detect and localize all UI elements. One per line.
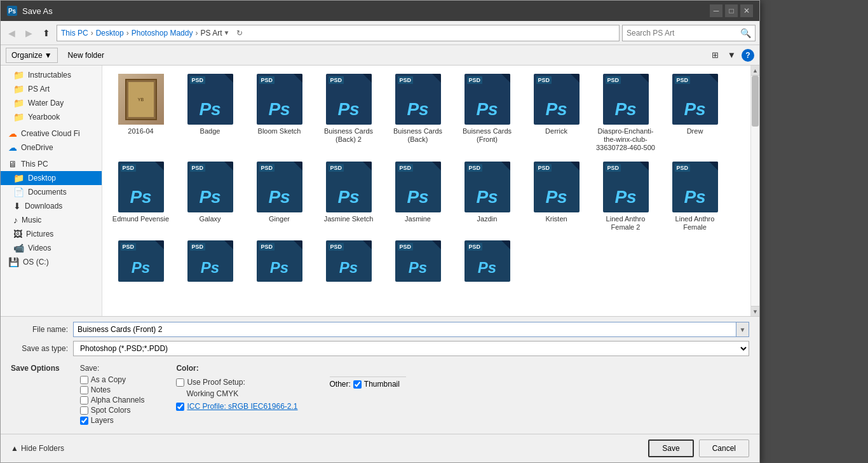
file-item-ginger[interactable]: PSD Ps Ginger — [246, 158, 313, 235]
minimize-button[interactable]: ─ — [710, 4, 722, 17]
spot-colors-label[interactable]: Spot Colors — [91, 406, 131, 415]
dialog-window-controls: ─ □ ✕ — [710, 4, 753, 17]
sidebar-item-desktop[interactable]: 📁 Desktop — [1, 171, 102, 185]
file-item-lined-anthro-female2[interactable]: PSD Ps Lined Anthro Female 2 — [592, 158, 659, 235]
file-item-bloom-sketch[interactable]: PSD Ps Bloom Sketch — [246, 71, 313, 156]
file-item-galaxy[interactable]: PSD Ps Galaxy — [177, 158, 243, 235]
file-item-drew[interactable]: PSD Ps Drew — [661, 71, 728, 156]
file-item-row3-3[interactable]: PSD Ps — [246, 237, 313, 285]
sidebar-item-downloads[interactable]: ⬇ Downloads — [1, 199, 102, 213]
view-dropdown-button[interactable]: ▼ — [724, 48, 739, 62]
file-item-badge[interactable]: PSD Ps Badge — [177, 71, 243, 156]
file-item-buisness-cards-back[interactable]: PSD Ps Buisness Cards (Back) — [384, 71, 451, 156]
savetype-select[interactable]: Photoshop (*.PSD;*.PDD) — [73, 341, 749, 356]
file-item-jasmine-sketch[interactable]: PSD Ps Jasmine Sketch — [315, 158, 382, 235]
sidebar-item-onedrive[interactable]: ☁ OneDrive — [1, 141, 102, 155]
cancel-button[interactable]: Cancel — [699, 439, 749, 457]
breadcrumb-dropdown-button[interactable]: ▼ — [223, 29, 229, 36]
as-a-copy-label[interactable]: As a Copy — [91, 375, 126, 384]
save-button[interactable]: Save — [648, 439, 693, 457]
up-button[interactable]: ⬆ — [39, 25, 54, 41]
sidebar-item-creative-cloud[interactable]: ☁ Creative Cloud Fi — [1, 127, 102, 141]
thumbnail-checkbox[interactable] — [353, 380, 362, 389]
alpha-channels-label[interactable]: Alpha Channels — [91, 396, 145, 404]
file-item-label: Galaxy — [199, 215, 220, 223]
close-button[interactable]: ✕ — [740, 4, 753, 17]
maximize-button[interactable]: □ — [725, 4, 738, 17]
file-item-jasmine[interactable]: PSD Ps Jasmine — [384, 158, 451, 235]
layers-checkbox[interactable] — [80, 417, 88, 425]
use-proof-setup-row: Use Proof Setup: — [176, 378, 297, 387]
sidebar-item-label: Downloads — [25, 202, 62, 211]
file-item-2016-04[interactable]: YB 2016-04 — [107, 71, 174, 156]
sidebar-item-this-pc[interactable]: 🖥 This PC — [1, 157, 102, 171]
working-cmyk-text: Working CMYK — [186, 389, 297, 398]
file-item-kristen[interactable]: PSD Ps Kristen — [523, 158, 590, 235]
help-button[interactable]: ? — [742, 49, 754, 62]
creative-cloud-icon: ☁ — [8, 128, 17, 139]
thumbnail-label[interactable]: Thumbnail — [364, 380, 400, 389]
file-item-buisness-cards-back2[interactable]: PSD Ps Buisness Cards (Back) 2 — [315, 71, 382, 156]
file-item-diaspro[interactable]: PSD Ps Diaspro-Enchanti-the-winx-club-33… — [592, 71, 659, 156]
spot-colors-checkbox[interactable] — [80, 406, 88, 415]
layers-label[interactable]: Layers — [91, 416, 114, 425]
sidebar-item-videos[interactable]: 📹 Videos — [1, 241, 102, 255]
breadcrumb-photoshop-maddy[interactable]: Photoshop Maddy — [132, 29, 193, 38]
hide-folders-label[interactable]: Hide Folders — [21, 444, 64, 453]
alpha-channels-checkbox[interactable] — [80, 396, 88, 404]
psd-file-icon: PSD Ps — [187, 162, 233, 212]
scroll-down-button[interactable]: ▼ — [751, 306, 759, 316]
sidebar-item-ps-art[interactable]: 📁 PS Art — [1, 82, 102, 96]
sidebar-item-label: Pictures — [26, 230, 53, 238]
psd-file-icon: PSD Ps — [465, 162, 510, 212]
breadcrumb-desktop[interactable]: Desktop — [96, 29, 124, 38]
breadcrumb-this-pc[interactable]: This PC — [61, 29, 88, 38]
psd-file-icon: PSD Ps — [326, 74, 372, 125]
file-item-row3-1[interactable]: PSD Ps — [107, 237, 174, 285]
back-button[interactable]: ◀ — [4, 25, 19, 41]
use-proof-setup-checkbox[interactable] — [176, 378, 184, 387]
notes-label[interactable]: Notes — [91, 385, 111, 394]
sidebar-item-os-c[interactable]: 💾 OS (C:) — [1, 255, 102, 269]
sidebar-item-documents[interactable]: 📄 Documents — [1, 185, 102, 199]
psd-file-icon: PSD Ps — [395, 74, 441, 125]
file-item-label: Badge — [200, 127, 220, 135]
vertical-scrollbar[interactable]: ▲ ▼ — [750, 66, 759, 316]
search-input[interactable] — [627, 29, 738, 38]
sidebar-item-water-day[interactable]: 📁 Water Day — [1, 96, 102, 110]
scroll-thumb[interactable] — [752, 76, 759, 127]
refresh-button[interactable]: ↻ — [233, 27, 246, 39]
sidebar-item-instructables[interactable]: 📁 Instructables — [1, 68, 102, 82]
file-item-buisness-cards-front[interactable]: PSD Ps Buisness Cards (Front) — [454, 71, 520, 156]
filename-input[interactable] — [73, 322, 736, 337]
file-item-label: Edmund Pevensie — [112, 215, 169, 223]
file-item-label: Buisness Cards (Back) — [388, 127, 448, 144]
file-item-lined-anthro-female[interactable]: PSD Ps Lined Anthro Female — [661, 158, 728, 235]
as-a-copy-checkbox[interactable] — [80, 376, 88, 384]
sidebar-item-music[interactable]: ♪ Music — [1, 213, 102, 227]
savetype-row: Save as type: Photoshop (*.PSD;*.PDD) — [11, 341, 749, 356]
file-item-edmund-pevensie[interactable]: PSD Ps Edmund Pevensie — [107, 158, 174, 235]
save-checkboxes: Save: As a Copy Notes Alpha Channels — [80, 364, 145, 425]
file-item-label: Kristen — [545, 215, 567, 223]
psd-file-icon: PSD Ps — [187, 240, 233, 282]
organize-button[interactable]: Organize ▼ — [6, 48, 58, 63]
scroll-up-button[interactable]: ▲ — [751, 66, 759, 76]
other-section: Other: Thumbnail — [330, 364, 406, 425]
view-icon-button[interactable]: ⊞ — [709, 48, 722, 62]
filename-dropdown[interactable]: ▼ — [736, 322, 749, 337]
sidebar-item-yearbook[interactable]: 📁 Yearbook — [1, 110, 102, 124]
file-item-row3-2[interactable]: PSD Ps — [177, 237, 243, 285]
file-item-row3-4[interactable]: PSD Ps — [315, 237, 382, 285]
file-item-row3-6[interactable]: PSD Ps — [454, 237, 520, 285]
forward-button[interactable]: ▶ — [22, 25, 36, 41]
notes-checkbox[interactable] — [80, 386, 88, 394]
file-item-row3-5[interactable]: PSD Ps — [384, 237, 451, 285]
use-proof-setup-label[interactable]: Use Proof Setup: — [187, 378, 245, 387]
file-item-jazdin[interactable]: PSD Ps Jazdin — [454, 158, 520, 235]
sidebar-item-pictures[interactable]: 🖼 Pictures — [1, 227, 102, 241]
new-folder-button[interactable]: New folder — [63, 48, 109, 63]
file-item-derrick[interactable]: PSD Ps Derrick — [523, 71, 590, 156]
icc-profile-checkbox[interactable] — [176, 403, 184, 411]
icc-profile-label[interactable]: ICC Profile: sRGB IEC61966-2.1 — [187, 402, 297, 411]
